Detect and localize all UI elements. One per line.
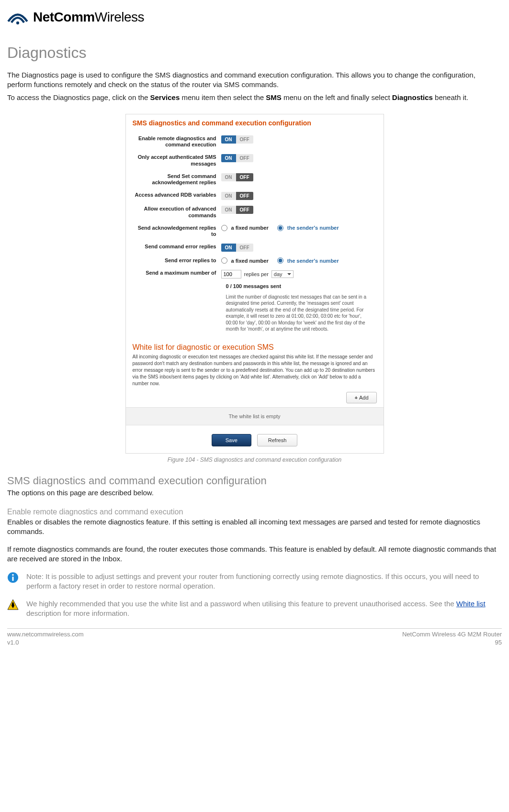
brand-logo: NetCommWireless <box>7 10 502 25</box>
wifi-arc-icon <box>7 10 28 25</box>
row-max-number: Send a maximum number of replies per day <box>126 267 384 281</box>
whitelist-link[interactable]: White list <box>456 600 486 608</box>
brand-name: NetCommWireless <box>33 10 144 25</box>
svg-point-3 <box>12 574 14 576</box>
radio-err-sender[interactable] <box>277 257 283 264</box>
footer-url: www.netcommwireless.com <box>7 631 84 639</box>
footer-page-number: 95 <box>402 639 502 647</box>
row-err-replies: Send command error replies ONOFF <box>126 241 384 255</box>
footer-product: NetComm Wireless 4G M2M Router <box>402 631 502 639</box>
panel-heading: SMS diagnostics and command execution co… <box>126 114 384 133</box>
whitelist-description: All incoming diagnostic or execution tex… <box>126 354 384 392</box>
radio-ack-sender[interactable] <box>277 225 283 231</box>
toggle-adv-cmd[interactable]: ONOFF <box>221 206 253 214</box>
radio-err-fixed[interactable] <box>221 257 227 264</box>
row-ack-replies-to: Send acknowledgement replies to a fixed … <box>126 222 384 241</box>
config-panel-screenshot: SMS diagnostics and command execution co… <box>125 114 384 454</box>
intro-paragraph-2: To access the Diagnostics page, click on… <box>7 93 502 102</box>
toggle-enable-remote[interactable]: ONOFF <box>221 135 253 144</box>
row-auth-only: Only accept authenticated SMS messages O… <box>126 151 384 170</box>
info-icon <box>7 572 20 585</box>
warning-icon <box>7 599 20 612</box>
messages-sent-count: 0 / 100 messages sent <box>126 281 384 291</box>
svg-rect-2 <box>12 577 14 581</box>
info-note: Note: It is possible to adjust settings … <box>7 572 502 590</box>
limit-description: Limit the number of diagnostic text mess… <box>126 291 384 339</box>
row-send-set-ack: Send Set command acknowledgement replies… <box>126 170 384 189</box>
toggle-err-replies[interactable]: ONOFF <box>221 244 253 252</box>
refresh-button[interactable]: Refresh <box>257 434 298 446</box>
figure-caption: Figure 104 - SMS diagnostics and command… <box>7 456 502 463</box>
enable-paragraph-1: Enables or disables the remote diagnosti… <box>7 517 502 536</box>
radio-ack-fixed[interactable] <box>221 225 227 231</box>
save-button[interactable]: Save <box>212 434 251 446</box>
toggle-send-set-ack[interactable]: ONOFF <box>221 173 253 181</box>
period-select[interactable]: day <box>271 270 294 278</box>
subsection-enable-heading: Enable remote diagnostics and command ex… <box>7 508 502 516</box>
whitelist-heading: White list for diagnostic or execution S… <box>126 339 384 354</box>
section-intro: The options on this page are described b… <box>7 488 502 498</box>
row-adv-rdb: Access advanced RDB variables ONOFF <box>126 189 384 203</box>
row-err-replies-to: Send error replies to a fixed number the… <box>126 255 384 267</box>
page-footer: www.netcommwireless.com v1.0 NetComm Wir… <box>7 631 502 647</box>
page-title: Diagnostics <box>7 44 502 62</box>
toggle-adv-rdb[interactable]: ONOFF <box>221 192 253 200</box>
warning-note: We highly recommended that you use the w… <box>7 599 502 618</box>
add-button[interactable]: Add <box>346 392 376 403</box>
max-replies-input[interactable] <box>221 270 241 278</box>
whitelist-empty-message: The white list is empty <box>126 407 384 425</box>
enable-paragraph-2: If remote diagnostics commands are found… <box>7 545 502 563</box>
row-enable-remote: Enable remote diagnostics and command ex… <box>126 133 384 152</box>
section-heading: SMS diagnostics and command execution co… <box>7 475 502 487</box>
toggle-auth-only[interactable]: ONOFF <box>221 154 253 162</box>
svg-point-0 <box>16 22 19 24</box>
row-adv-cmd: Allow execution of advanced commands ONO… <box>126 203 384 222</box>
footer-version: v1.0 <box>7 639 84 647</box>
intro-paragraph-1: The Diagnostics page is used to configur… <box>7 70 502 89</box>
